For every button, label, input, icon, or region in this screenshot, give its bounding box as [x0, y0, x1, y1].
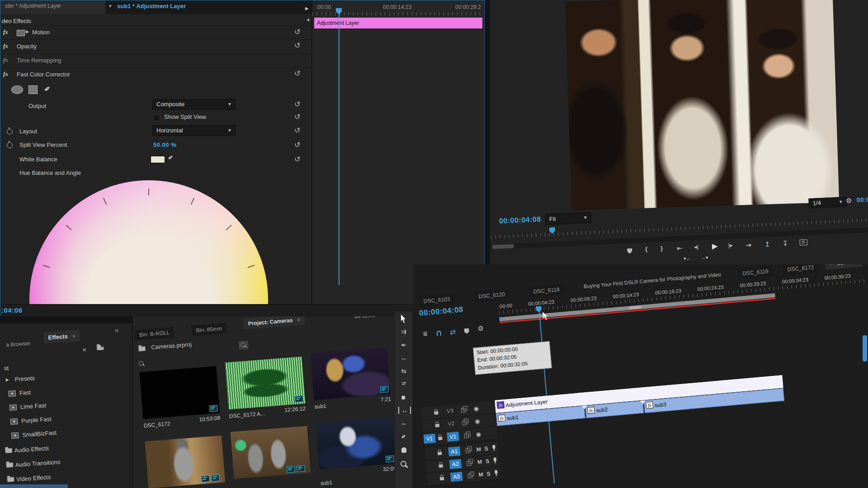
sync-lock-icon[interactable] — [467, 474, 472, 479]
sync-lock-icon[interactable] — [461, 408, 466, 413]
effect-row-fast-color-corrector[interactable]: fx Fast Color Corrector — [0, 68, 311, 81]
mute-button[interactable]: M — [477, 459, 482, 465]
tab-dsc-6103[interactable]: DSC_6103 — [419, 293, 455, 307]
work-area-in-handle[interactable] — [499, 317, 502, 321]
lock-icon[interactable] — [440, 477, 444, 480]
sync-lock-icon[interactable] — [467, 461, 472, 466]
pen-mask-icon[interactable]: ✒ — [41, 83, 53, 95]
play-icon[interactable]: ▶ — [712, 242, 718, 251]
eyedropper-icon[interactable]: ✒ — [165, 152, 175, 163]
find-icon[interactable] — [239, 341, 248, 349]
step-back-icon[interactable]: ◂| — [694, 244, 699, 250]
program-scrollbar-handle[interactable] — [492, 244, 514, 249]
chevron-down-icon[interactable]: ▼ — [108, 4, 113, 9]
zoom-level-dropdown[interactable]: Fit ▼ — [545, 212, 591, 225]
show-split-view-checkbox[interactable] — [153, 114, 160, 121]
tab-sub1-active[interactable]: × sub1 ≡ — [825, 264, 862, 270]
effect-controls-timecode[interactable]: :04:08 — [1, 306, 22, 314]
tab-media-browser[interactable]: a Browser — [1, 338, 36, 351]
track-name[interactable]: A2 — [449, 459, 462, 469]
add-marker-icon[interactable] — [627, 247, 632, 255]
nest-sequences-icon[interactable]: ≣ — [422, 330, 428, 337]
project-clip-card[interactable]: 32:05 sub1 — [314, 414, 394, 488]
mark-out-icon[interactable]: } — [660, 245, 663, 252]
razor-tool[interactable]: ◆ — [395, 388, 413, 406]
lock-icon[interactable] — [435, 424, 440, 427]
panel-menu-icon[interactable]: ≡ — [72, 333, 75, 338]
effect-row-motion[interactable]: fx ▶ Motion — [0, 26, 311, 39]
clip-thumbnail[interactable] — [225, 357, 305, 409]
edit-point-notch-icon[interactable] — [581, 405, 587, 409]
project-clip-card[interactable]: sub1 7:21 — [308, 345, 394, 418]
tab-dsc-6120[interactable]: DSC_6120 — [473, 288, 510, 302]
hand-tool[interactable] — [401, 447, 406, 453]
toggle-track-output-eye-icon[interactable]: ◉ — [475, 418, 481, 425]
twirl-icon[interactable]: ▶ — [5, 377, 9, 382]
settings-wrench-icon[interactable]: ⚙ — [845, 197, 852, 205]
timeline-show-icon[interactable]: ▶ — [305, 6, 309, 11]
work-area-grip[interactable] — [629, 306, 641, 309]
clear-search-icon[interactable]: × — [82, 346, 87, 354]
reset-effect-icon[interactable]: ↺ — [294, 28, 300, 36]
lock-icon[interactable] — [434, 411, 439, 415]
tab-dsc-6119[interactable]: DSC_6119 — [737, 265, 774, 279]
linked-selection-icon[interactable]: ⇄ — [449, 328, 456, 337]
voiceover-record-mic-icon[interactable] — [492, 445, 495, 449]
adjustment-layer-bar[interactable]: Adjustment Layer — [314, 18, 482, 28]
slide-tool[interactable]: ⇔ — [395, 420, 413, 427]
jump-forward-icon[interactable]: →▾ — [701, 255, 708, 261]
project-clip-card[interactable] — [143, 433, 229, 488]
tab-effects[interactable]: Effects ≡ — [43, 330, 80, 344]
add-marker-icon[interactable] — [464, 327, 470, 336]
clip-thumbnail[interactable] — [145, 436, 226, 488]
panel-menu-icon[interactable]: ≡ — [297, 317, 300, 322]
zoom-tool[interactable] — [401, 461, 406, 467]
track-name[interactable]: V1 — [447, 432, 459, 441]
rate-stretch-tool[interactable]: ⇆ — [395, 367, 413, 375]
track-select-forward-tool[interactable]: ⇉ — [395, 328, 413, 335]
voiceover-record-mic-icon[interactable] — [495, 470, 498, 474]
clip-name[interactable]: sub1 — [321, 479, 333, 487]
reset-param-icon[interactable]: ↺ — [294, 156, 300, 163]
track-name[interactable]: V3 — [447, 408, 454, 414]
snap-icon[interactable]: U — [436, 329, 442, 338]
split-view-percent-value[interactable]: 50.00 % — [153, 141, 176, 148]
mark-in-icon[interactable]: { — [645, 246, 648, 253]
effect-row-opacity[interactable]: fx Opacity — [0, 40, 311, 53]
reset-param-icon[interactable]: ↺ — [294, 113, 300, 121]
toggle-track-output-eye-icon[interactable]: ◉ — [476, 431, 481, 438]
effect-row-time-remapping[interactable]: fx Time Remapping — [0, 54, 311, 67]
lock-icon[interactable] — [439, 465, 443, 468]
track-name[interactable]: V2 — [448, 420, 455, 427]
sync-lock-icon[interactable] — [462, 421, 467, 426]
clip-name[interactable]: DSC_6172 — [143, 421, 170, 429]
pen-tool[interactable]: ✒ — [395, 428, 413, 445]
tab-master-adjustment-layer[interactable]: ster * Adjustment Layer — [0, 0, 105, 14]
layout-dropdown[interactable]: Horizontal ▼ — [152, 125, 236, 136]
lock-icon[interactable] — [438, 452, 442, 455]
slip-tool[interactable]: ↔ — [398, 407, 411, 414]
collapse-tabs-icon[interactable]: » — [114, 326, 119, 335]
extract-icon[interactable]: ↧ — [782, 239, 788, 248]
solo-button[interactable]: S — [484, 446, 488, 452]
selection-tool[interactable] — [401, 314, 407, 323]
tab-dsc-6172[interactable]: DSC_6172 — [783, 264, 819, 275]
solo-button[interactable]: S — [486, 458, 490, 465]
clip-thumbnail[interactable] — [310, 347, 391, 400]
mute-button[interactable]: M — [478, 471, 483, 478]
rolling-edit-tool[interactable]: ↔ — [395, 354, 413, 361]
timeline-timecode[interactable]: 00:00:04:08 — [419, 305, 463, 318]
sync-lock-icon[interactable] — [464, 433, 469, 438]
effects-search-text[interactable]: st — [4, 365, 9, 372]
toggle-animation-stopwatch-icon[interactable] — [7, 129, 13, 135]
tab-project-cameras[interactable]: Project: Cameras ≡ — [243, 316, 305, 329]
tab-bin-85mm[interactable]: Bin: 85mm — [191, 323, 227, 336]
playback-resolution-dropdown[interactable]: 1/4 ▼ — [808, 197, 847, 209]
clip-thumbnail[interactable] — [316, 417, 394, 469]
go-to-out-icon[interactable]: ⇥ — [745, 241, 751, 249]
reset-param-icon[interactable]: ↺ — [294, 141, 300, 149]
trim-tool[interactable]: ⇄ — [395, 380, 413, 386]
rectangle-mask-icon[interactable] — [28, 85, 38, 94]
breadcrumb[interactable]: Cameras.prproj — [151, 341, 192, 351]
tab-bin-broll[interactable]: Bin: B-ROLL — [134, 327, 175, 341]
